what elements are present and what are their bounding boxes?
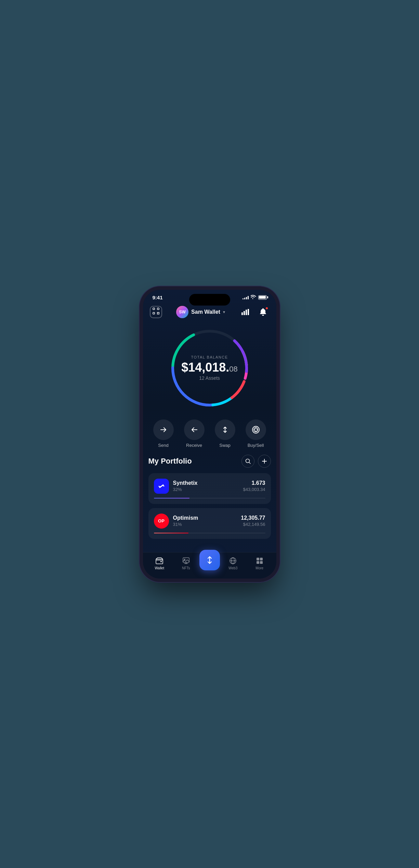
wallet-name: Sam Wallet bbox=[191, 309, 220, 315]
synthetix-values: 1.673 $43,003.34 bbox=[243, 480, 265, 492]
ring-container: TOTAL BALANCE $14,018.08 12 Assets bbox=[169, 327, 251, 409]
add-asset-button[interactable] bbox=[258, 455, 271, 468]
swap-nav-button[interactable] bbox=[199, 550, 220, 570]
receive-label: Receive bbox=[186, 443, 202, 448]
portfolio-header: My Portfolio bbox=[148, 455, 271, 468]
search-icon bbox=[245, 458, 251, 464]
optimism-progress-bar bbox=[154, 533, 188, 533]
synthetix-percent: 32% bbox=[173, 487, 239, 492]
portfolio-ring-section: TOTAL BALANCE $14,018.08 12 Assets bbox=[143, 324, 276, 416]
wallet-nav-icon bbox=[155, 557, 163, 565]
svg-rect-26 bbox=[160, 561, 162, 562]
optimism-name: Optimism bbox=[173, 515, 237, 521]
phone-screen: 9:41 bbox=[143, 290, 276, 579]
web3-nav-label: Web3 bbox=[228, 566, 237, 570]
optimism-values: 12,305.77 $42,149.56 bbox=[241, 515, 265, 527]
chart-button[interactable] bbox=[239, 306, 251, 318]
buysell-label: Buy/Sell bbox=[248, 443, 264, 448]
balance-cents: 08 bbox=[229, 365, 237, 373]
buysell-button[interactable]: Buy/Sell bbox=[246, 419, 266, 448]
receive-button[interactable]: Receive bbox=[184, 419, 205, 448]
assets-count: 12 Assets bbox=[181, 375, 238, 381]
buysell-icon bbox=[246, 419, 266, 440]
scan-icon bbox=[153, 308, 159, 316]
bottom-nav: Wallet NFTs bbox=[143, 552, 276, 579]
svg-rect-35 bbox=[260, 558, 263, 560]
header: SW Sam Wallet ▾ bbox=[143, 303, 276, 324]
nav-web3[interactable]: Web3 bbox=[220, 557, 247, 570]
svg-rect-37 bbox=[260, 561, 263, 564]
optimism-progress-container bbox=[154, 533, 265, 533]
svg-rect-34 bbox=[257, 558, 259, 560]
dynamic-island bbox=[189, 294, 230, 306]
portfolio-title: My Portfolio bbox=[148, 457, 192, 466]
asset-row: OP Optimism 31% 12,305.77 $42,149.56 bbox=[154, 514, 265, 529]
svg-rect-7 bbox=[241, 312, 243, 315]
signal-icon bbox=[243, 295, 249, 299]
chevron-down-icon: ▾ bbox=[223, 310, 225, 314]
synthetix-progress-container bbox=[154, 498, 265, 498]
nfts-nav-label: NFTs bbox=[182, 566, 190, 570]
search-button[interactable] bbox=[241, 455, 254, 468]
svg-rect-10 bbox=[248, 309, 249, 315]
swap-icon bbox=[215, 419, 235, 440]
total-balance-label: TOTAL BALANCE bbox=[181, 355, 238, 359]
optimism-logo: OP bbox=[154, 514, 169, 529]
synthetix-amount: 1.673 bbox=[243, 480, 265, 486]
portfolio-section: My Portfolio bbox=[143, 455, 276, 552]
add-icon bbox=[262, 458, 267, 464]
optimism-percent: 31% bbox=[173, 522, 237, 527]
phone-frame: 9:41 bbox=[143, 290, 276, 579]
optimism-usd: $42,149.56 bbox=[241, 522, 265, 527]
nfts-nav-icon bbox=[182, 557, 190, 565]
send-label: Send bbox=[158, 443, 168, 448]
synthetix-asset-card[interactable]: Synthetix 32% 1.673 $43,003.34 bbox=[148, 473, 271, 504]
optimism-info: Optimism 31% bbox=[173, 515, 237, 527]
chart-icon bbox=[241, 309, 249, 315]
notification-dot bbox=[265, 307, 269, 310]
nav-wallet[interactable]: Wallet bbox=[146, 557, 173, 570]
svg-rect-1 bbox=[157, 308, 159, 310]
scan-button[interactable] bbox=[150, 306, 162, 318]
balance-main: $14,018.08 bbox=[181, 361, 238, 374]
svg-rect-0 bbox=[153, 308, 155, 310]
svg-line-22 bbox=[249, 462, 250, 464]
wallet-selector[interactable]: SW Sam Wallet ▾ bbox=[176, 306, 225, 318]
ring-center: TOTAL BALANCE $14,018.08 12 Assets bbox=[181, 355, 238, 381]
svg-rect-36 bbox=[257, 561, 259, 564]
wifi-icon bbox=[251, 295, 256, 300]
status-time: 9:41 bbox=[153, 295, 163, 300]
wallet-nav-label: Wallet bbox=[155, 566, 164, 570]
synthetix-name: Synthetix bbox=[173, 480, 239, 486]
swap-button[interactable]: Swap bbox=[215, 419, 235, 448]
svg-rect-9 bbox=[246, 310, 247, 315]
svg-rect-2 bbox=[153, 312, 155, 314]
optimism-asset-card[interactable]: OP Optimism 31% 12,305.77 $42,149.56 bbox=[148, 508, 271, 539]
header-right bbox=[239, 306, 269, 318]
svg-rect-27 bbox=[183, 558, 189, 562]
swap-nav-icon bbox=[205, 556, 214, 565]
notification-button[interactable] bbox=[257, 306, 269, 318]
optimism-amount: 12,305.77 bbox=[241, 515, 265, 521]
asset-row: Synthetix 32% 1.673 $43,003.34 bbox=[154, 479, 265, 494]
nav-nfts[interactable]: NFTs bbox=[173, 557, 199, 570]
synthetix-progress-bar bbox=[154, 498, 189, 498]
svg-point-19 bbox=[252, 426, 259, 433]
nav-more[interactable]: More bbox=[246, 557, 273, 570]
portfolio-actions bbox=[241, 455, 271, 468]
action-buttons: Send Receive Swap bbox=[143, 416, 276, 455]
synthetix-usd: $43,003.34 bbox=[243, 487, 265, 492]
receive-icon bbox=[184, 419, 205, 440]
avatar: SW bbox=[176, 306, 188, 318]
web3-nav-icon bbox=[229, 557, 237, 565]
svg-rect-8 bbox=[244, 311, 245, 315]
swap-label: Swap bbox=[219, 443, 231, 448]
battery-icon bbox=[258, 295, 267, 300]
send-icon bbox=[153, 419, 174, 440]
synthetix-info: Synthetix 32% bbox=[173, 480, 239, 492]
more-nav-icon bbox=[256, 557, 264, 565]
synthetix-logo bbox=[154, 479, 169, 494]
status-icons bbox=[243, 295, 267, 300]
more-nav-label: More bbox=[256, 566, 263, 570]
send-button[interactable]: Send bbox=[153, 419, 174, 448]
